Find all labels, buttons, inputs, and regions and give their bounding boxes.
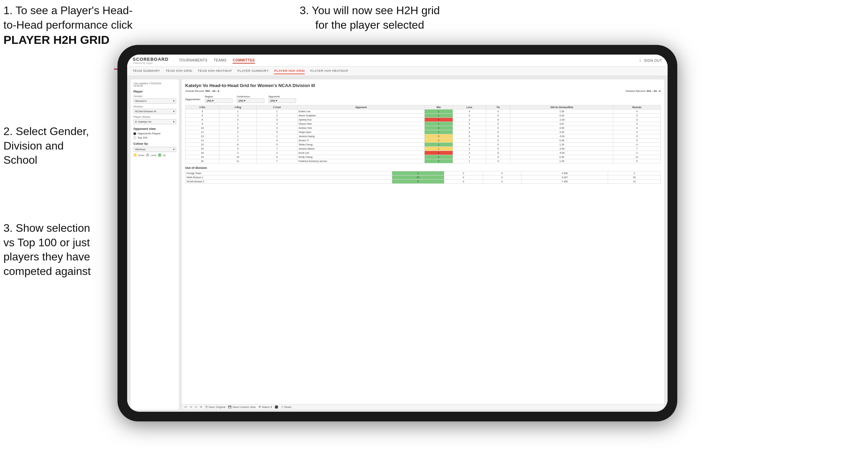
td-win: 1	[425, 130, 453, 134]
radio-top100[interactable]: Top 100	[133, 136, 176, 139]
td-tie: 0	[486, 134, 510, 139]
logo-sub: Powered by clippd	[133, 62, 169, 64]
region-filter-select[interactable]: (All) ▾	[205, 98, 233, 103]
ood-tie: 0	[483, 180, 521, 184]
instruction-top-right: 3. You will now see H2H gridfor the play…	[283, 3, 456, 32]
td-diff: -0.94	[510, 147, 613, 151]
instruction-bottom-line2: vs Top 100 or just	[3, 236, 90, 249]
td-conf: 1	[256, 134, 298, 139]
td-diff: 3.67	[510, 122, 613, 126]
sub-nav-player-h2h[interactable]: PLAYER H2H GRID	[274, 68, 305, 74]
td-diff: 4.00	[510, 114, 613, 118]
gender-dropdown[interactable]: Women's ▾	[133, 98, 176, 104]
td-div: 13	[186, 134, 219, 139]
td-reg: 3	[219, 118, 256, 122]
ood-loss: 0	[444, 180, 483, 184]
td-conf: 3	[256, 118, 298, 122]
td-diff: 4.00	[510, 126, 613, 130]
td-opponent: Federica Domecq Lacroze	[298, 159, 425, 163]
player-section-title: Player	[133, 90, 176, 93]
toolbar-cut[interactable]: ✂	[195, 406, 197, 409]
toolbar-redo[interactable]: ↪	[190, 406, 192, 409]
colour-by-title: Colour by	[133, 142, 176, 145]
toolbar-view-original[interactable]: ☰ View: Original	[205, 406, 225, 409]
conference-filter-chevron: ▾	[244, 99, 245, 102]
instruction-mid-line2: Division and	[3, 140, 64, 152]
radio-opponents-played[interactable]: Opponents Played	[133, 132, 176, 135]
gender-label: Gender	[133, 95, 176, 98]
colour-by-value: Win/loss	[135, 148, 145, 151]
toolbar-save-custom[interactable]: 💾 Save Custom View	[228, 406, 256, 409]
region-filter-group: Region (All) ▾	[205, 95, 233, 103]
td-reg: 6	[219, 126, 256, 130]
player-rank-dropdown[interactable]: 8. Katelyn Vo ▾	[133, 119, 176, 124]
nav-right: i Sign out	[640, 58, 662, 63]
conference-filter-select[interactable]: (All) ▾	[237, 98, 264, 103]
player-rank-label: Player (Rank)	[133, 115, 176, 118]
right-panel: Katelyn Vo Head-to-Head Grid for Women's…	[182, 79, 664, 410]
nav-item-committee[interactable]: COMMITTEE	[233, 58, 255, 64]
td-div: 3	[186, 109, 219, 114]
logo-area: SCOREBOARD Powered by clippd	[133, 57, 169, 64]
th-reg: # Reg	[219, 105, 256, 109]
instruction-bottom-left: 3. Show selection vs Top 100 or just pla…	[3, 221, 124, 278]
sub-nav-team-heatmap[interactable]: TEAM H2H HEATMAP	[198, 68, 232, 74]
colour-by-dropdown[interactable]: Win/loss ▾	[133, 147, 176, 152]
td-conf: 1	[256, 109, 298, 114]
panel-timestamp: Last Updated: 27/03/202416:55:38	[133, 82, 176, 87]
toolbar-undo[interactable]: ↩	[185, 406, 187, 409]
td-opponent: Eunice Yi	[298, 139, 425, 143]
toolbar-watch[interactable]: 👁 Watch ▾	[258, 406, 272, 409]
td-loss: 0	[453, 143, 486, 147]
td-win: 1	[425, 109, 453, 114]
td-reg: 2	[219, 114, 256, 118]
sub-nav-team-h2h[interactable]: TEAM H2H GRID	[166, 68, 192, 74]
sub-nav: TEAM SUMMARY TEAM H2H GRID TEAM H2H HEAT…	[127, 67, 668, 76]
td-loss: 2	[453, 147, 486, 151]
sub-nav-team-summary[interactable]: TEAM SUMMARY	[133, 68, 160, 74]
radio-top100-label: Top 100	[138, 136, 147, 139]
sign-out-link[interactable]: Sign out	[644, 58, 662, 63]
legend-label-level: Level	[151, 154, 157, 156]
opponent-filter-select[interactable]: (All) ▾	[268, 98, 296, 103]
td-div: 20	[186, 159, 219, 163]
td-opponent: Emily Chang	[298, 155, 425, 159]
td-diff: -1.00	[510, 118, 613, 122]
td-conf: 3	[256, 126, 298, 130]
ood-diff: 4.500	[521, 171, 608, 175]
toolbar-refresh[interactable]: ⟳	[200, 406, 202, 409]
td-rounds: 6	[613, 159, 661, 163]
td-tie: 0	[486, 139, 510, 143]
toolbar-export[interactable]: ⬛	[275, 406, 278, 409]
sub-nav-player-heatmap[interactable]: PLAYER H2H HEATMAP	[310, 68, 348, 74]
td-opponent: Jessica Mason	[298, 147, 425, 151]
td-opponent: Heejo Hyun	[298, 130, 425, 134]
conference-filter-group: Conference (All) ▾	[237, 95, 264, 103]
region-filter-chevron: ▾	[212, 99, 214, 102]
td-win: 0	[425, 118, 453, 122]
instruction-top-right-text: 3. You will now see H2H gridfor the play…	[300, 4, 440, 31]
td-rounds: 4	[613, 109, 661, 114]
td-div: 14	[186, 139, 219, 143]
conference-filter-value: (All)	[238, 99, 243, 102]
nav-item-tournaments[interactable]: TOURNAMENTS	[179, 58, 208, 64]
td-reg: 1	[219, 134, 256, 139]
toolbar-share[interactable]: ↗ Share	[281, 406, 292, 409]
td-rounds: 4	[613, 126, 661, 130]
records-row: Overall Record: 353 - 34 - 6 Division Re…	[185, 89, 661, 93]
instruction-mid-line1: 2. Select Gender,	[3, 125, 89, 137]
td-loss: 2	[453, 151, 486, 155]
conference-filter-label: Conference	[237, 95, 264, 98]
legend-dot-up	[158, 153, 161, 157]
instruction-top-left: 1. To see a Player's Head- to-Head perfo…	[3, 3, 135, 48]
td-tie: 0	[486, 126, 510, 130]
overall-record: Overall Record: 353 - 34 - 6	[185, 89, 219, 93]
division-record: Division Record: 331 - 34 - 6	[626, 89, 661, 93]
nav-item-teams[interactable]: TEAMS	[214, 58, 226, 64]
grid-title: Katelyn Vo Head-to-Head Grid for Women's…	[185, 83, 661, 88]
td-diff: -5.00	[510, 151, 613, 155]
td-tie: 0	[486, 114, 510, 118]
division-dropdown[interactable]: NCAA Division III ▾	[133, 109, 176, 114]
instruction-line2: to-Head performance click	[3, 19, 132, 31]
sub-nav-player-summary[interactable]: PLAYER SUMMARY	[237, 68, 268, 74]
